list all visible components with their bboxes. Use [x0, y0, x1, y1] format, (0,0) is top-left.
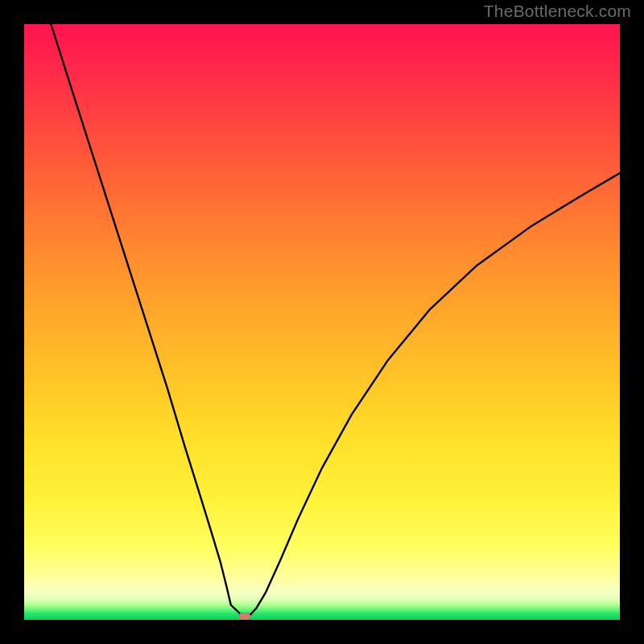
- plot-area: [24, 24, 620, 620]
- watermark-text: TheBottleneck.com: [484, 2, 631, 21]
- chart-frame: TheBottleneck.com: [0, 0, 644, 644]
- gradient-background: [24, 24, 620, 620]
